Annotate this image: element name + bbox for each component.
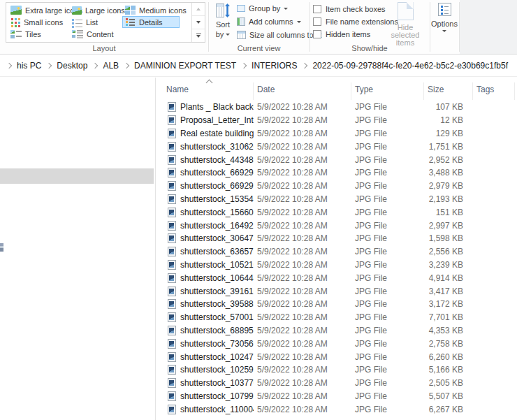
layout-option-content[interactable]: Content <box>69 28 121 40</box>
column-headers: Name Date Type Size Tags <box>156 78 517 101</box>
breadcrumb-label[interactable]: 2022-05-09-29788f4c-fe20-4e62-b5c2-e30b6… <box>312 61 508 71</box>
jpg-file-icon <box>168 391 176 401</box>
jpg-file-icon <box>168 352 176 362</box>
file-row[interactable]: shutterstock_570015... 5/9/2022 10:28 AM… <box>156 311 517 324</box>
file-type-cell: JPG File <box>351 365 424 375</box>
file-name-cell: shutterstock_636575... <box>161 247 254 256</box>
file-row[interactable]: shutterstock_395886... 5/9/2022 10:28 AM… <box>156 298 517 311</box>
file-row[interactable]: shutterstock_106444... 5/9/2022 10:28 AM… <box>156 271 517 284</box>
file-name-cell: shutterstock_391616... <box>161 287 254 296</box>
file-name-text: shutterstock_391616... <box>180 287 254 296</box>
file-row[interactable]: shutterstock_306478... 5/9/2022 10:28 AM… <box>156 232 517 245</box>
gallery-scroll-down-button[interactable] <box>192 16 205 29</box>
breadcrumb-label[interactable]: INTERIORS <box>252 61 297 71</box>
file-name-text: Proposal_Letter_Inte... <box>180 115 254 125</box>
jpg-file-icon <box>168 405 176 414</box>
file-name-cell: shutterstock_688953... <box>161 326 254 335</box>
file-type-cell: JPG File <box>351 287 424 296</box>
file-row[interactable]: shutterstock_391616... 5/9/2022 10:28 AM… <box>156 284 517 298</box>
gallery-more-icon <box>196 34 201 34</box>
file-row[interactable]: shutterstock_102471... 5/9/2022 10:28 AM… <box>156 350 517 363</box>
jpg-file-icon <box>168 312 176 322</box>
jpg-file-icon <box>168 208 176 217</box>
file-row[interactable]: shutterstock_105210... 5/9/2022 10:28 AM… <box>156 259 517 272</box>
file-row[interactable]: shutterstock_110004... 5/9/2022 10:28 AM… <box>156 403 517 416</box>
file-name-extensions-checkbox[interactable] <box>313 17 321 26</box>
layout-option-medium-icons[interactable]: Medium icons <box>122 4 180 16</box>
gallery-more-arrow-icon <box>196 35 201 38</box>
file-row[interactable]: shutterstock_153546... 5/9/2022 10:28 AM… <box>156 193 517 206</box>
options-button[interactable]: Options <box>430 3 458 52</box>
file-size-cell: 2,952 KB <box>424 155 473 165</box>
layout-option-large-icons[interactable]: Large icons <box>69 4 121 16</box>
file-name-text: Plants _ Black backg... <box>180 102 254 112</box>
breadcrumb-item: INTERIORS <box>236 61 297 71</box>
nav-selected-item[interactable] <box>0 168 154 184</box>
file-size-cell: 3,488 KB <box>424 168 473 178</box>
file-name-cell: shutterstock_306478... <box>161 233 254 243</box>
breadcrumb-chevron-icon <box>241 63 247 68</box>
jpg-file-icon <box>168 299 176 309</box>
breadcrumb-chevron-icon <box>124 63 129 68</box>
breadcrumb-label[interactable]: DAMINION EXPORT TEST <box>134 61 236 71</box>
gallery-more-button[interactable] <box>192 29 205 42</box>
file-row[interactable]: shutterstock_156608... 5/9/2022 10:28 AM… <box>156 205 517 219</box>
file-size-cell: 5,166 KB <box>424 365 473 375</box>
breadcrumb-label[interactable]: his PC <box>17 61 41 71</box>
file-type-cell: JPG File <box>351 142 424 152</box>
file-row[interactable]: shutterstock_730569... 5/9/2022 10:28 AM… <box>156 337 517 350</box>
file-row[interactable]: Proposal_Letter_Inte... 5/9/2022 10:28 A… <box>156 114 517 127</box>
file-type-cell: JPG File <box>351 115 424 125</box>
item-check-boxes-checkbox[interactable] <box>313 5 321 13</box>
file-date-cell: 5/9/2022 10:28 AM <box>254 115 351 125</box>
column-header-name[interactable]: Name <box>161 78 254 101</box>
file-row[interactable]: shutterstock_688953... 5/9/2022 10:28 AM… <box>156 324 517 338</box>
add-columns-button[interactable]: Add columns <box>237 16 301 27</box>
address-bar[interactable]: his PC Desktop ALB DAMINION EXPORT TEST <box>0 55 517 77</box>
breadcrumb-chevron-icon <box>302 63 307 68</box>
group-by-icon <box>237 5 245 12</box>
file-date-cell: 5/9/2022 10:28 AM <box>254 299 351 309</box>
layout-option-details[interactable]: Details <box>122 16 180 28</box>
file-row[interactable]: shutterstock_107998... 5/9/2022 10:28 AM… <box>156 390 517 403</box>
column-header-type[interactable]: Type <box>351 78 424 101</box>
column-header-size[interactable]: Size <box>424 78 473 101</box>
breadcrumb-label[interactable]: Desktop <box>57 61 87 71</box>
tree-icon-fragment <box>0 243 3 252</box>
breadcrumb-label[interactable]: ALB <box>103 61 119 71</box>
breadcrumb-chevron-icon <box>92 63 98 68</box>
column-header-date[interactable]: Date <box>254 78 351 101</box>
file-row[interactable]: shutterstock_636575... 5/9/2022 10:28 AM… <box>156 245 517 259</box>
file-row[interactable]: shutterstock_6692941 5/9/2022 10:28 AM J… <box>156 166 517 180</box>
layout-option-list[interactable]: List <box>69 16 121 28</box>
layout-option-extra-large-icons[interactable]: Extra large icons <box>8 4 68 16</box>
column-header-tags[interactable]: Tags <box>473 78 515 101</box>
file-name-cell: shutterstock_6692950 <box>161 181 254 191</box>
file-row[interactable]: shutterstock_103770... 5/9/2022 10:28 AM… <box>156 377 517 390</box>
file-row[interactable]: shutterstock_4434841 5/9/2022 10:28 AM J… <box>156 153 517 166</box>
breadcrumb-item: DAMINION EXPORT TEST <box>119 61 236 71</box>
file-row[interactable]: Plants _ Black backg... 5/9/2022 10:28 A… <box>156 101 517 114</box>
group-by-button[interactable]: Group by <box>237 3 288 14</box>
file-name-cell: Real estate building... <box>161 129 254 138</box>
file-size-cell: 2,505 KB <box>424 378 473 388</box>
layout-option-small-icons[interactable]: Small icons <box>8 16 68 28</box>
file-type-cell: JPG File <box>351 405 424 414</box>
large-icons-icon <box>72 6 82 15</box>
file-name-cell: shutterstock_164923... <box>161 221 254 231</box>
file-date-cell: 5/9/2022 10:28 AM <box>254 273 351 283</box>
jpg-file-icon <box>168 247 176 256</box>
file-row[interactable]: shutterstock_3106204 5/9/2022 10:28 AM J… <box>156 140 517 153</box>
file-row[interactable]: shutterstock_6692950 5/9/2022 10:28 AM J… <box>156 180 517 193</box>
jpg-file-icon <box>168 339 176 349</box>
file-row[interactable]: shutterstock_164923... 5/9/2022 10:28 AM… <box>156 219 517 232</box>
file-row[interactable]: shutterstock_102595... 5/9/2022 10:28 AM… <box>156 363 517 377</box>
file-row[interactable]: Real estate building... 5/9/2022 10:28 A… <box>156 127 517 140</box>
hidden-items-checkbox[interactable] <box>313 30 321 38</box>
file-type-cell: JPG File <box>351 312 424 322</box>
file-name-text: shutterstock_153546... <box>180 194 254 204</box>
jpg-file-icon <box>168 233 176 243</box>
gallery-scroll-up-button[interactable] <box>192 3 205 16</box>
layout-option-tiles[interactable]: Tiles <box>8 28 68 40</box>
file-date-cell: 5/9/2022 10:28 AM <box>254 378 351 388</box>
